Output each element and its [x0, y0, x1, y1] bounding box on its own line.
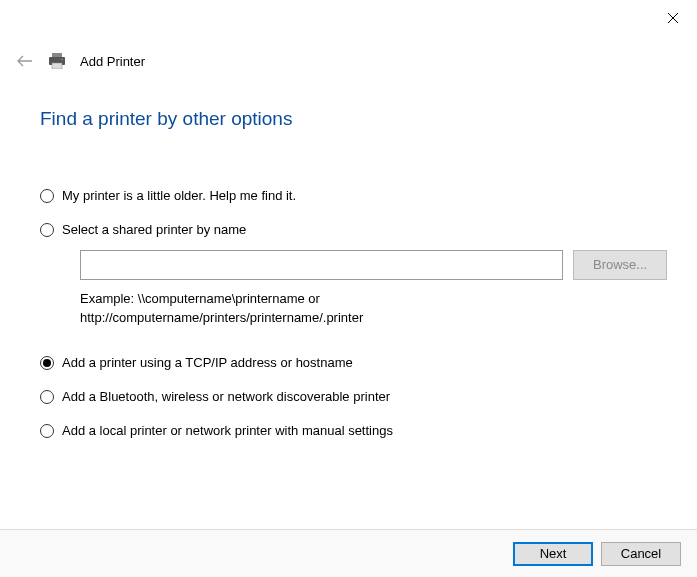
- radio-icon: [40, 390, 54, 404]
- option-tcpip[interactable]: Add a printer using a TCP/IP address or …: [40, 355, 667, 372]
- option-shared-printer[interactable]: Select a shared printer by name: [40, 222, 667, 239]
- svg-rect-2: [52, 63, 62, 69]
- header-title: Add Printer: [80, 54, 145, 69]
- footer: Next Cancel: [0, 529, 697, 577]
- cancel-button[interactable]: Cancel: [601, 542, 681, 566]
- back-button[interactable]: [16, 52, 34, 70]
- printer-icon: [48, 53, 66, 69]
- radio-icon: [40, 223, 54, 237]
- shared-input-row: Browse...: [80, 250, 667, 280]
- shared-printer-block: Browse... Example: \\computername\printe…: [80, 250, 667, 328]
- svg-point-3: [61, 59, 63, 61]
- option-bluetooth[interactable]: Add a Bluetooth, wireless or network dis…: [40, 389, 667, 406]
- shared-printer-input[interactable]: [80, 250, 563, 280]
- radio-icon: [40, 356, 54, 370]
- option-label: Add a local printer or network printer w…: [62, 423, 393, 440]
- radio-icon: [40, 189, 54, 203]
- example-text: Example: \\computername\printername or h…: [80, 290, 560, 328]
- header: Add Printer: [16, 52, 145, 70]
- close-icon: [667, 12, 679, 24]
- close-button[interactable]: [663, 8, 683, 28]
- example-line-2: http://computername/printers/printername…: [80, 310, 363, 325]
- option-local[interactable]: Add a local printer or network printer w…: [40, 423, 667, 440]
- option-older-printer[interactable]: My printer is a little older. Help me fi…: [40, 188, 667, 205]
- example-line-1: Example: \\computername\printername or: [80, 291, 320, 306]
- option-label: Select a shared printer by name: [62, 222, 246, 239]
- browse-button: Browse...: [573, 250, 667, 280]
- option-label: Add a printer using a TCP/IP address or …: [62, 355, 353, 372]
- svg-rect-0: [52, 53, 62, 57]
- next-button[interactable]: Next: [513, 542, 593, 566]
- options-group: My printer is a little older. Help me fi…: [40, 188, 667, 457]
- back-arrow-icon: [17, 55, 33, 67]
- page-heading: Find a printer by other options: [40, 108, 292, 130]
- option-label: My printer is a little older. Help me fi…: [62, 188, 296, 205]
- add-printer-dialog: Add Printer Find a printer by other opti…: [0, 0, 697, 577]
- option-label: Add a Bluetooth, wireless or network dis…: [62, 389, 390, 406]
- radio-icon: [40, 424, 54, 438]
